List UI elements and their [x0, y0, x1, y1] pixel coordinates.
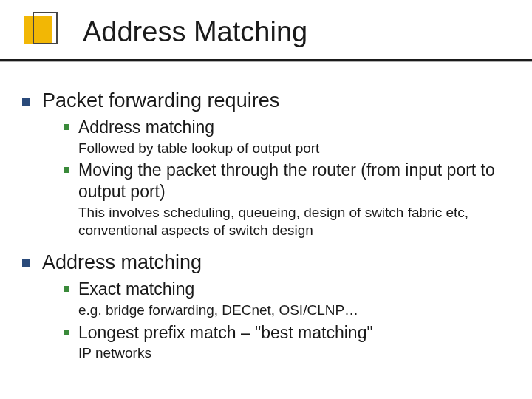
list-item: Exact matching — [64, 279, 510, 300]
square-bullet-icon — [22, 259, 30, 267]
list-item-text: Address matching — [42, 250, 202, 276]
list-item-text: Exact matching — [78, 279, 194, 300]
square-bullet-icon — [22, 98, 30, 106]
list-item-text: Moving the packet through the router (fr… — [78, 160, 510, 202]
list-item-subtext: IP networks — [78, 344, 510, 362]
square-bullet-icon — [64, 286, 69, 292]
title-underline — [0, 59, 532, 62]
list-item: Address matching — [22, 250, 510, 276]
list-item-subtext: This involves scheduling, queueing, desi… — [78, 204, 510, 239]
list-item: Packet forwarding requires — [22, 89, 510, 114]
list-item-subtext: Followed by table lookup of output port — [78, 140, 510, 157]
slide-content: Packet forwarding requires Address match… — [22, 81, 510, 362]
list-item: Moving the packet through the router (fr… — [64, 160, 510, 202]
list-item: Address matching — [64, 117, 510, 138]
list-item-subtext: e.g. bridge forwarding, DECnet, OSI/CLNP… — [78, 301, 510, 319]
slide-title: Address Matching — [83, 16, 307, 48]
list-item-text: Packet forwarding requires — [42, 89, 279, 114]
list-item-text: Address matching — [78, 117, 214, 138]
corner-border-square — [33, 12, 58, 44]
list-item-text: Longest prefix match – "best matching" — [78, 322, 373, 344]
square-bullet-icon — [64, 330, 69, 335]
list-item: Longest prefix match – "best matching" — [64, 322, 510, 344]
square-bullet-icon — [64, 167, 69, 173]
square-bullet-icon — [64, 124, 69, 130]
corner-decoration — [24, 12, 58, 52]
